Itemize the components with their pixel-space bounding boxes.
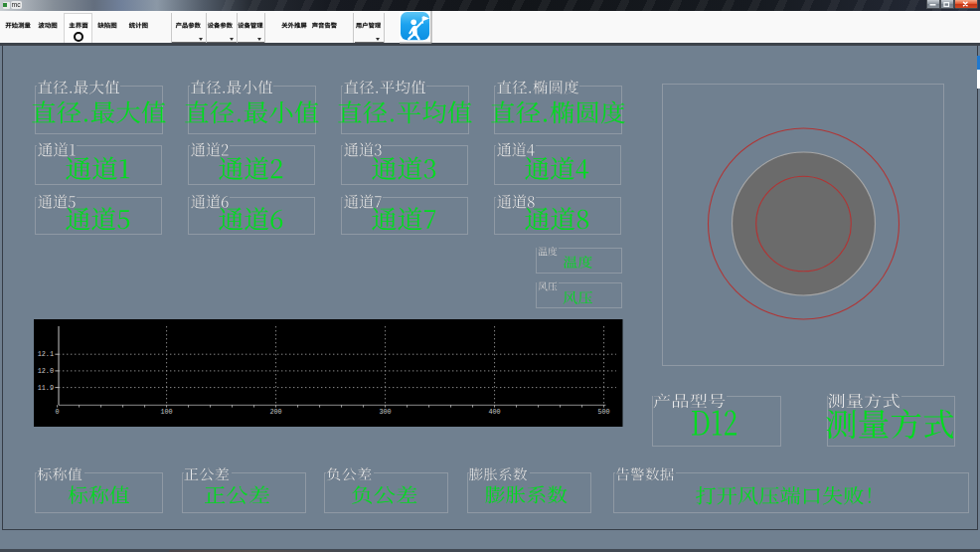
svg-text:500: 500 bbox=[597, 407, 609, 415]
svg-text:11.9: 11.9 bbox=[38, 383, 54, 391]
svg-text:0: 0 bbox=[56, 407, 60, 415]
svg-text:400: 400 bbox=[488, 407, 500, 415]
svg-text:300: 300 bbox=[379, 407, 391, 415]
svg-text:200: 200 bbox=[269, 407, 281, 415]
svg-text:12.1: 12.1 bbox=[38, 350, 54, 358]
svg-text:12.0: 12.0 bbox=[38, 367, 54, 375]
svg-text:100: 100 bbox=[161, 407, 173, 415]
